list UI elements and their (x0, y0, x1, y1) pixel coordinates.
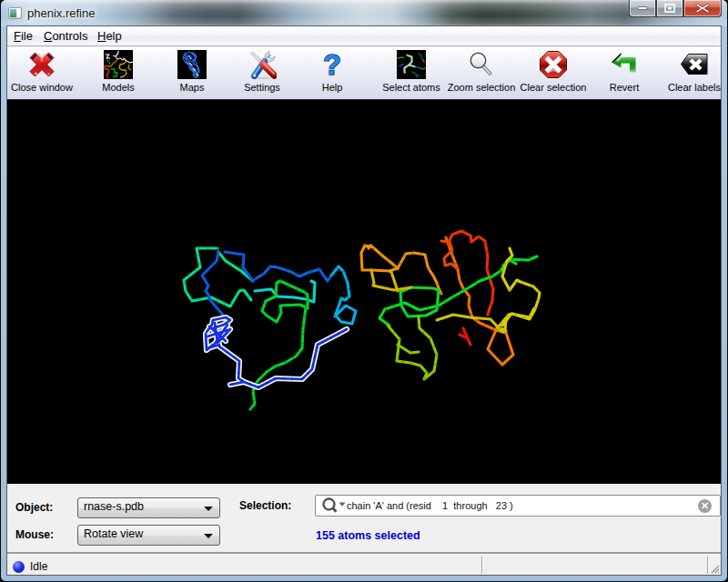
svg-text:?: ? (323, 50, 341, 79)
